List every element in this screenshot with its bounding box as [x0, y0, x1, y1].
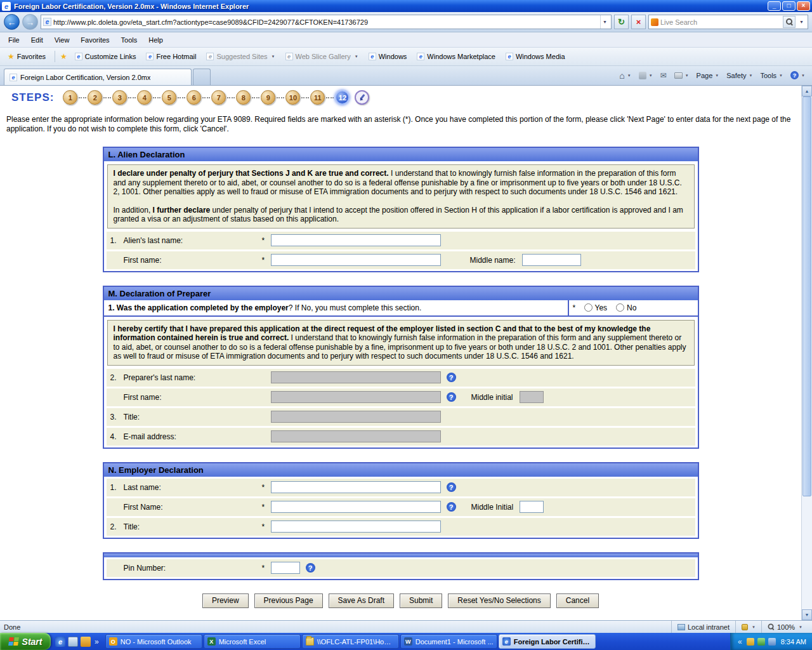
- quick-launch-bar: e »: [51, 633, 105, 650]
- minimize-button[interactable]: _: [768, 1, 781, 11]
- menu-file[interactable]: File: [3, 34, 25, 46]
- save-as-draft-button[interactable]: Save As Draft: [329, 594, 394, 608]
- new-tab-stub[interactable]: [193, 69, 211, 85]
- scrollbar-track[interactable]: [802, 96, 812, 609]
- step-3[interactable]: 3: [112, 90, 127, 105]
- vertical-scrollbar[interactable]: ▲ ▼: [801, 86, 812, 620]
- step-12-active[interactable]: 12: [335, 90, 350, 105]
- step-6[interactable]: 6: [187, 90, 201, 105]
- step-edit[interactable]: [355, 90, 369, 105]
- close-button[interactable]: ×: [797, 1, 810, 11]
- step-2[interactable]: 2: [88, 90, 102, 105]
- search-box: ▼: [648, 15, 808, 29]
- taskbar-window-outlook[interactable]: O NO - Microsoft Outlook: [105, 634, 202, 649]
- quick-launch-ie-icon[interactable]: e: [55, 637, 65, 647]
- employer-middle-initial-input[interactable]: [520, 501, 544, 513]
- forward-button[interactable]: →: [22, 14, 38, 30]
- start-button[interactable]: Start: [0, 633, 51, 650]
- search-dropdown-icon[interactable]: ▼: [797, 15, 806, 29]
- back-button[interactable]: ←: [4, 14, 20, 30]
- menu-favorites[interactable]: Favorites: [75, 34, 115, 46]
- favorites-link-windows-media[interactable]: eWindows Media: [503, 51, 568, 62]
- stop-button[interactable]: ×: [631, 15, 646, 29]
- menu-tools[interactable]: Tools: [115, 34, 143, 46]
- volume-icon[interactable]: [768, 638, 776, 646]
- feeds-button[interactable]: ▼: [636, 70, 656, 81]
- step-4[interactable]: 4: [137, 90, 152, 105]
- search-button[interactable]: [783, 16, 796, 28]
- submit-button[interactable]: Submit: [400, 594, 442, 608]
- completed-by-employer-yes-radio[interactable]: [584, 303, 593, 312]
- network-icon[interactable]: [757, 638, 765, 646]
- quick-launch-app-icon[interactable]: [81, 637, 91, 647]
- cancel-button[interactable]: Cancel: [556, 594, 599, 608]
- favorites-link-windows-marketplace[interactable]: eWindows Marketplace: [414, 51, 498, 62]
- quick-launch-overflow-chevron[interactable]: »: [93, 637, 100, 646]
- step-7[interactable]: 7: [211, 90, 226, 105]
- tools-menu-button[interactable]: Tools▼: [757, 70, 786, 81]
- help-menu-button[interactable]: ?▼: [787, 69, 808, 81]
- menu-edit[interactable]: Edit: [25, 34, 49, 46]
- employer-last-name-help-icon[interactable]: ?: [447, 482, 456, 492]
- preparer-last-name-help-icon[interactable]: ?: [447, 373, 456, 382]
- reset-yes-no-selections-button[interactable]: Reset Yes/No Selections: [448, 594, 550, 608]
- favorites-button[interactable]: ★ Favorites: [4, 50, 49, 63]
- alien-last-name-input[interactable]: [271, 234, 441, 246]
- show-desktop-icon[interactable]: [68, 637, 78, 647]
- taskbar-window-excel[interactable]: X Microsoft Excel: [204, 634, 301, 649]
- taskbar-window-foreign-labor-certification[interactable]: e Foreign Labor Certific...: [499, 634, 596, 649]
- taskbar-clock[interactable]: 8:34 AM: [781, 638, 806, 646]
- employer-last-name-label: Last name:: [124, 483, 262, 492]
- address-bar[interactable]: e ▼: [41, 15, 612, 29]
- print-button[interactable]: ▼: [671, 70, 692, 81]
- taskbar-window-explorer-folder[interactable]: \\OFLC-ATL-FP01\Home\...: [302, 634, 399, 649]
- menu-help[interactable]: Help: [143, 34, 169, 46]
- tray-collapse-chevron[interactable]: «: [737, 637, 743, 646]
- step-1[interactable]: 1: [63, 90, 77, 105]
- step-11[interactable]: 11: [310, 90, 325, 105]
- favorites-link-web-slice-gallery[interactable]: eWeb Slice Gallery▼: [283, 51, 361, 62]
- scroll-down-button[interactable]: ▼: [802, 609, 812, 620]
- security-alert-icon[interactable]: [747, 638, 754, 646]
- scrollbar-thumb[interactable]: [802, 96, 811, 496]
- tab-foreign-labor-certification[interactable]: e Foreign Labor Certification, Version 2…: [4, 69, 192, 85]
- status-text: Done: [4, 623, 671, 631]
- employer-first-name-input[interactable]: [271, 501, 441, 513]
- preparer-first-name-input: [271, 391, 441, 403]
- step-9[interactable]: 9: [261, 90, 275, 105]
- preparer-first-name-help-icon[interactable]: ?: [447, 392, 456, 402]
- zoom-control[interactable]: 100% ▼: [761, 621, 808, 633]
- home-button[interactable]: ⌂▼: [616, 69, 634, 83]
- step-8[interactable]: 8: [236, 90, 251, 105]
- employer-title-input[interactable]: [271, 521, 441, 533]
- address-dropdown-icon[interactable]: ▼: [600, 15, 609, 29]
- employer-last-name-input[interactable]: [271, 481, 441, 493]
- maximize-button[interactable]: □: [782, 1, 796, 11]
- alien-middle-name-input[interactable]: [522, 254, 581, 266]
- completed-by-employer-no-radio[interactable]: [616, 303, 624, 312]
- page-menu-button[interactable]: Page▼: [693, 70, 723, 81]
- refresh-button[interactable]: ↻: [614, 15, 629, 29]
- search-input[interactable]: [660, 18, 781, 26]
- scroll-up-button[interactable]: ▲: [802, 86, 812, 96]
- protected-mode-indicator[interactable]: ▼: [735, 621, 761, 633]
- add-to-favorites-bar-icon[interactable]: ★: [60, 52, 67, 61]
- employer-first-name-help-icon[interactable]: ?: [447, 502, 456, 512]
- favorites-link-suggested-sites[interactable]: eSuggested Sites▼: [204, 51, 277, 62]
- step-10[interactable]: 10: [285, 90, 300, 105]
- menu-view[interactable]: View: [49, 34, 75, 46]
- pin-number-help-icon[interactable]: ?: [306, 563, 315, 573]
- favorites-link-customize-links[interactable]: eCustomize Links: [72, 51, 139, 62]
- alien-first-name-input[interactable]: [271, 254, 441, 266]
- preparer-middle-initial-label: Middle initial: [471, 393, 513, 402]
- pin-number-input[interactable]: [271, 562, 300, 574]
- previous-page-button[interactable]: Previous Page: [254, 594, 323, 608]
- favorites-link-windows[interactable]: eWindows: [366, 51, 410, 62]
- preview-button[interactable]: Preview: [202, 594, 249, 608]
- safety-menu-button[interactable]: Safety▼: [723, 70, 756, 81]
- taskbar-window-word[interactable]: W Document1 - Microsoft ...: [400, 634, 497, 649]
- step-5[interactable]: 5: [162, 90, 176, 105]
- url-input[interactable]: [53, 18, 598, 26]
- favorites-link-free-hotmail[interactable]: eFree Hotmail: [143, 51, 199, 62]
- read-mail-button[interactable]: ✉: [657, 69, 670, 82]
